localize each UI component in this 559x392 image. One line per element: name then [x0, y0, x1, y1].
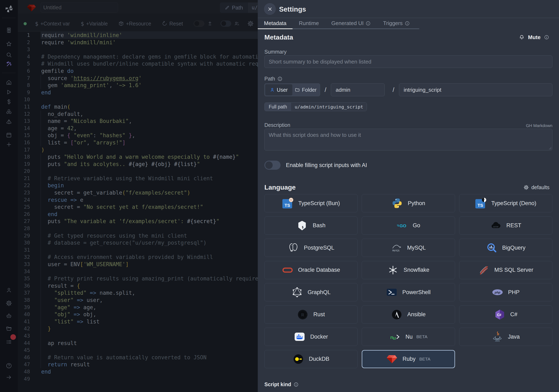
sidebar-windmill-logo	[0, 4, 18, 13]
sidebar-logs-icon[interactable]	[0, 339, 18, 345]
language-docker[interactable]: Docker	[264, 328, 358, 346]
script-kind-label: Script kind	[264, 382, 552, 387]
language-go[interactable]: GOGo	[362, 217, 455, 235]
language-oracle-database[interactable]: Oracle Database	[264, 261, 358, 279]
info-icon	[294, 382, 298, 387]
toolbar-reset-button[interactable]: Reset	[162, 21, 183, 27]
description-textarea[interactable]: What this script does and how to use it	[264, 129, 552, 150]
language-grid: TSTypeScript (Bun)PythonTSTypeScript (De…	[264, 194, 552, 368]
script-title-input[interactable]: Untitled	[41, 2, 118, 13]
sidebar-help-icon[interactable]	[0, 363, 18, 369]
rust-icon: R	[297, 309, 308, 320]
sidebar	[0, 0, 18, 392]
svg-text:u: u	[393, 335, 396, 341]
metadata-section-title: Metadata	[264, 34, 293, 41]
sidebar-favorites-icon[interactable]	[0, 41, 18, 47]
svg-text:TS: TS	[478, 203, 483, 208]
ai-toggle-label: Enable filling script inputs with AI	[286, 162, 367, 168]
language-rust[interactable]: RRust	[264, 305, 358, 324]
tab-triggers[interactable]: Triggers	[377, 18, 416, 29]
settings-title: Settings	[279, 5, 306, 13]
language-ruby[interactable]: RubyBETA	[362, 350, 455, 368]
sidebar-variables-icon[interactable]	[0, 99, 18, 105]
mute-button[interactable]: Mute	[519, 34, 552, 41]
snowflake-icon	[387, 264, 399, 276]
resize-handle[interactable]	[548, 146, 551, 150]
status-dot	[24, 22, 27, 25]
sidebar-folders-icon[interactable]	[0, 326, 18, 332]
sidebar-workspace-icon[interactable]	[0, 27, 18, 33]
language-snowflake[interactable]: Snowflake	[362, 261, 455, 279]
close-button[interactable]	[264, 3, 276, 15]
sidebar-schedules-icon[interactable]	[0, 132, 18, 138]
toolbar-toggle[interactable]	[194, 20, 213, 27]
sidebar-home-icon[interactable]	[0, 79, 18, 85]
summary-label: Summary	[264, 49, 552, 55]
sidebar-settings-icon[interactable]	[0, 300, 18, 306]
go-icon: GO	[396, 220, 408, 231]
language-bigquery[interactable]: BigQuery	[459, 239, 552, 257]
sidebar-account-icon[interactable]	[0, 287, 18, 293]
pencil-icon	[225, 5, 229, 10]
sidebar-create-icon[interactable]	[0, 141, 18, 147]
language-mysql[interactable]: MySQLMySQL	[362, 239, 455, 257]
svg-text:GO: GO	[400, 223, 406, 228]
csharp-icon: C#	[494, 309, 505, 320]
sidebar-divider	[2, 18, 16, 18]
mssql-icon	[478, 264, 489, 276]
settings-header: Settings	[258, 0, 559, 18]
language-php[interactable]: phpPHP	[459, 283, 552, 301]
tab-generated-ui[interactable]: Generated UI	[325, 18, 377, 29]
language-nu[interactable]: nuNuBETA	[362, 328, 455, 346]
bash-icon: $	[297, 220, 308, 231]
language-graphql[interactable]: GraphQL	[264, 283, 358, 301]
sidebar-ai-icon[interactable]	[0, 313, 18, 319]
rest-icon: HTTP	[490, 220, 502, 231]
language-postgresql[interactable]: PostgreSQL	[264, 239, 358, 257]
sidebar-schedules-alt-icon[interactable]	[0, 119, 18, 125]
toolbar-gear-button[interactable]	[247, 20, 254, 27]
sidebar-search-icon[interactable]	[0, 52, 18, 58]
summary-input[interactable]: Short summary to be displayed when liste…	[264, 55, 552, 68]
language-ms-sql-server[interactable]: MS SQL Server	[459, 261, 552, 279]
language-ansible[interactable]: Ansible	[362, 305, 455, 324]
language-typescript-deno-[interactable]: TSTypeScript (Deno)	[459, 194, 552, 212]
gear-icon	[524, 185, 529, 190]
sidebar-ai-wand-icon[interactable]	[0, 61, 18, 67]
toolbar-contextvar-button[interactable]: $+Context var	[35, 20, 70, 27]
owner-kind-user[interactable]: User	[265, 84, 292, 95]
sidebar-resources-icon[interactable]	[0, 109, 18, 115]
sidebar-collapse-icon[interactable]	[0, 374, 18, 380]
mysql-icon: MySQL	[391, 242, 402, 253]
language-typescript-bun-[interactable]: TSTypeScript (Bun)	[264, 194, 358, 212]
sidebar-runs-icon[interactable]	[0, 89, 18, 95]
language-c-[interactable]: C#C#	[459, 305, 552, 324]
toolbar-toggle[interactable]	[221, 20, 240, 27]
tab-runtime[interactable]: Runtime	[293, 18, 325, 29]
toolbar-variable-button[interactable]: $+Variable	[81, 20, 108, 27]
owner-kind-folder[interactable]: Folder	[292, 84, 319, 95]
settings-tabs: MetadataRuntimeGenerated UITriggers	[258, 18, 419, 29]
language-bash[interactable]: $Bash	[264, 217, 358, 235]
language-section-title: Language	[264, 183, 296, 191]
svg-text:C#: C#	[497, 313, 501, 317]
defaults-button[interactable]: defaults	[524, 184, 552, 191]
svg-text:Java: Java	[495, 339, 500, 342]
owner-input[interactable]: admin	[331, 83, 385, 96]
language-duckdb[interactable]: DuckDB	[264, 350, 358, 368]
language-java[interactable]: JavaJava	[459, 328, 552, 346]
line-numbers: 1234567891011121314151617181920212223242…	[18, 32, 30, 383]
tab-metadata[interactable]: Metadata	[258, 18, 293, 29]
svg-text:$: $	[302, 225, 304, 229]
ansible-icon	[391, 309, 402, 320]
ai-toggle[interactable]	[264, 161, 280, 170]
bell-icon	[519, 35, 524, 40]
docker-icon	[294, 331, 305, 342]
language-rest[interactable]: HTTPREST	[459, 217, 552, 235]
language-powershell[interactable]: PowerShell	[362, 283, 455, 301]
script-name-input[interactable]: intriguing_script	[399, 83, 552, 96]
gh-markdown-hint: GH Markdown	[526, 123, 552, 128]
language-python[interactable]: Python	[362, 194, 455, 212]
toolbar-resource-button[interactable]: +Resource	[118, 21, 151, 27]
info-icon	[544, 35, 549, 40]
